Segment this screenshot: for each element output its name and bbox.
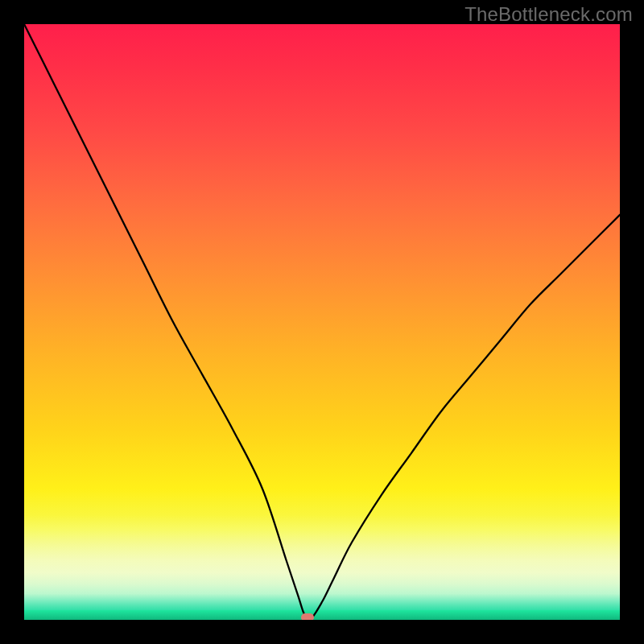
chart-frame: TheBottleneck.com bbox=[0, 0, 644, 644]
curve-svg bbox=[24, 24, 620, 620]
watermark-text: TheBottleneck.com bbox=[464, 3, 633, 26]
bottleneck-curve-path bbox=[24, 24, 620, 620]
plot-area bbox=[24, 24, 620, 620]
min-marker bbox=[301, 613, 314, 620]
